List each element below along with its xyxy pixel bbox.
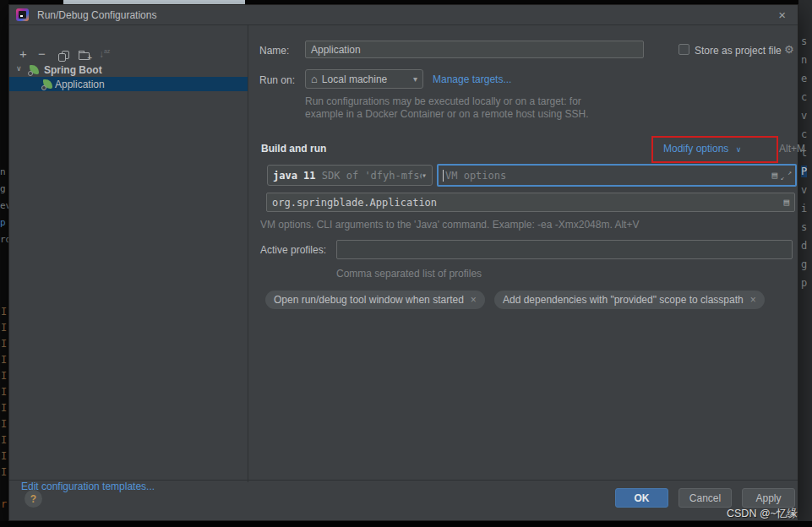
backdrop-char: v (801, 184, 807, 196)
main-class-value: org.springblade.Application (272, 197, 437, 209)
gear-icon[interactable]: ⚙ (784, 43, 794, 56)
copy-configuration-icon[interactable] (58, 51, 69, 62)
backdrop-right-strip: snecvctPvisdgp (798, 0, 812, 521)
backdrop-char: I (1, 402, 7, 414)
backdrop-char: n (801, 54, 807, 66)
backdrop-char: e (801, 73, 807, 84)
run-debug-configurations-dialog: Run/Debug Configurations × + − + ↓a z ∨ … (8, 4, 798, 521)
active-profiles-label: Active profiles: (260, 244, 326, 256)
configurations-tree-panel: + − + ↓a z ∨ Spring Boot Application Edi… (9, 24, 248, 482)
run-on-label: Run on: (259, 74, 295, 86)
dialog-title: Run/Debug Configurations (37, 9, 156, 21)
backdrop-char: g (801, 258, 807, 270)
backdrop-char: p (0, 217, 6, 228)
backdrop-char: g (0, 183, 6, 194)
configuration-editor-panel: Name: Application Store as project file … (249, 24, 798, 482)
tree-group-spring-boot[interactable]: ∨ Spring Boot (9, 62, 248, 77)
screen: ngevproIIIIIIIIIIIr snecvctPvisdgp Run/D… (0, 0, 812, 527)
backdrop-left-strip: ngevproIIIIIIIIIIIr (0, 0, 8, 521)
backdrop-char: p (801, 277, 807, 289)
backdrop-char: I (1, 386, 7, 398)
add-configuration-button[interactable]: + (19, 47, 27, 61)
remove-tag-icon[interactable]: × (750, 294, 756, 306)
new-folder-icon[interactable]: + (79, 52, 90, 60)
store-as-project-file-label: Store as project file (695, 45, 782, 57)
backdrop-char: s (801, 221, 807, 233)
backdrop-char: P (801, 166, 807, 177)
tag-label: Add dependencies with "provided" scope t… (503, 294, 744, 306)
paste-icon[interactable]: ▤ (771, 171, 777, 180)
backdrop-char: I (1, 322, 7, 334)
tree-item-application[interactable]: Application (9, 77, 248, 91)
sort-configurations-icon[interactable]: ↓a z (99, 48, 109, 60)
vm-options-placeholder: VM options (445, 170, 506, 182)
chevron-down-icon: ▾ (413, 74, 417, 84)
chevron-down-icon: ▾ (422, 171, 427, 180)
vm-options-field-icons: ▤ ↗↙ (771, 171, 791, 180)
jdk-detail: SDK of 'dfyh-mfserv: (316, 170, 422, 182)
csdn-watermark: CSDN @~忆缘 (727, 507, 798, 521)
backdrop-char: I (1, 434, 7, 446)
remove-configuration-button[interactable]: − (38, 47, 46, 61)
backdrop-char: i (801, 203, 807, 215)
main-class-input[interactable]: org.springblade.Application ▤ (266, 193, 795, 212)
tag-label: Open run/debug tool window when started (274, 294, 464, 306)
tree-item-label: Application (55, 79, 105, 90)
backdrop-char: I (1, 338, 7, 350)
name-value: Application (311, 44, 361, 56)
expand-icon[interactable]: ↗↙ (782, 171, 791, 180)
backdrop-char: d (801, 240, 807, 252)
main-class-field-icons: ▤ (783, 198, 789, 207)
backdrop-char: r (1, 498, 7, 510)
tree-group-label: Spring Boot (44, 64, 102, 76)
name-label: Name: (259, 45, 289, 57)
chevron-down-icon[interactable]: ∨ (16, 64, 22, 73)
intellij-app-icon (16, 8, 29, 21)
backdrop-char: I (1, 370, 7, 382)
help-button[interactable]: ? (25, 490, 42, 508)
active-profiles-input[interactable] (336, 240, 793, 259)
backdrop-char: c (801, 128, 807, 140)
profiles-hint: Comma separated list of profiles (336, 268, 482, 280)
backdrop-char: I (1, 418, 7, 430)
jdk-name: java 11 (273, 170, 316, 182)
run-on-select[interactable]: ⌂ Local machine ▾ (305, 69, 423, 89)
ok-button[interactable]: OK (615, 488, 668, 508)
backdrop-char: c (801, 91, 807, 103)
chevron-down-icon: ∨ (736, 145, 742, 154)
browse-icon[interactable]: ▤ (783, 198, 789, 207)
apply-button[interactable]: Apply (742, 488, 795, 508)
backdrop-char: I (1, 466, 7, 478)
run-on-value: Local machine (322, 73, 387, 85)
modify-options-link[interactable]: Modify options ∨ (663, 143, 741, 155)
dialog-footer: ? OK Cancel Apply (9, 480, 798, 520)
jre-select[interactable]: java 11 SDK of 'dfyh-mfserv: ▾ (267, 165, 433, 186)
text-caret (443, 170, 444, 182)
backdrop-char: I (1, 306, 7, 318)
store-as-project-file-checkbox[interactable] (678, 44, 689, 55)
close-icon[interactable]: × (778, 8, 786, 22)
backdrop-char: s (801, 35, 807, 47)
modify-options-shortcut: Alt+M (779, 143, 805, 155)
manage-targets-link[interactable]: Manage targets... (433, 73, 511, 85)
home-icon: ⌂ (311, 73, 318, 85)
vm-options-hint: VM options. CLI arguments to the 'Java' … (260, 219, 639, 231)
vm-options-input[interactable]: VM options ▤ ↗↙ (437, 164, 797, 187)
backdrop-char: I (1, 354, 7, 366)
cancel-button[interactable]: Cancel (678, 488, 732, 508)
build-and-run-label: Build and run (261, 143, 326, 155)
run-on-hint-line2: example in a Docker Container or on a re… (305, 108, 589, 120)
modify-options-label: Modify options (663, 143, 728, 155)
backdrop-char: v (801, 110, 807, 122)
run-on-hint-line1: Run configurations may be executed local… (305, 95, 581, 107)
spring-boot-icon (43, 79, 52, 89)
spring-boot-icon (30, 65, 39, 74)
backdrop-char: n (0, 166, 6, 177)
remove-tag-icon[interactable]: × (471, 294, 477, 306)
backdrop-char: I (1, 450, 7, 462)
dialog-titlebar: Run/Debug Configurations × (9, 5, 798, 25)
tag-open-run-debug-tool-window[interactable]: Open run/debug tool window when started … (265, 291, 485, 309)
tag-add-provided-dependencies[interactable]: Add dependencies with "provided" scope t… (494, 291, 765, 309)
name-input[interactable]: Application (305, 41, 644, 58)
